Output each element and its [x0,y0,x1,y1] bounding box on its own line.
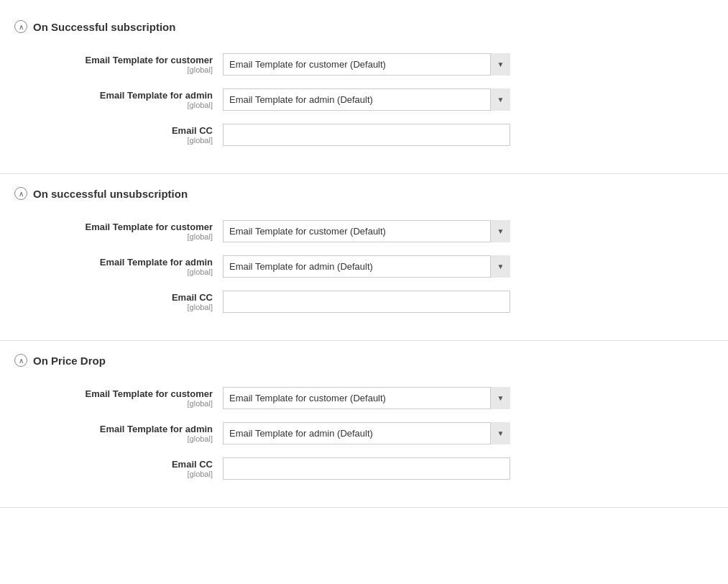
collapse-icon[interactable]: ∧ [14,20,27,33]
field-label-sub: [global] [43,268,213,276]
select-admin-template-2[interactable]: Email Template for admin (Default) [223,255,510,278]
field-label-sub: [global] [43,101,213,109]
section-price-drop: ∧On Price DropEmail Template for custome… [0,341,728,508]
field-label-main: Email CC [43,125,213,136]
form-label-admin-template-2: Email Template for admin[global] [43,257,223,276]
form-row-admin-template-1: Email Template for admin[global]Email Te… [14,88,714,111]
field-label-main: Email Template for admin [43,90,213,101]
form-field-customer-template-3: Email Template for customer (Default)▼ [223,387,510,409]
form-label-customer-template-2: Email Template for customer[global] [43,222,223,241]
select-customer-template-3[interactable]: Email Template for customer (Default) [223,387,510,409]
form-field-admin-template-3: Email Template for admin (Default)▼ [223,422,510,444]
field-label-main: Email Template for customer [43,55,213,65]
field-label-sub: [global] [43,303,213,311]
page-container: ∧On Successful subscriptionEmail Templat… [0,0,728,584]
form-field-email-cc-3 [223,457,510,480]
select-wrapper: Email Template for customer (Default)▼ [223,53,510,76]
form-row-admin-template-3: Email Template for admin[global]Email Te… [14,422,714,444]
section-header-successful-unsubscription: ∧On successful unsubscription [14,181,714,206]
form-row-customer-template-1: Email Template for customer[global]Email… [14,53,714,76]
form-row-email-cc-2: Email CC[global] [14,291,714,313]
form-field-admin-template-2: Email Template for admin (Default)▼ [223,255,510,278]
select-wrapper: Email Template for customer (Default)▼ [223,220,510,242]
field-label-sub: [global] [43,65,213,74]
form-row-customer-template-2: Email Template for customer[global]Email… [14,220,714,242]
collapse-icon[interactable]: ∧ [14,187,27,200]
form-field-customer-template-2: Email Template for customer (Default)▼ [223,220,510,242]
section-title: On Price Drop [33,355,106,367]
input-email-cc-1[interactable] [223,124,510,146]
field-label-sub: [global] [43,399,213,408]
field-label-main: Email Template for customer [43,222,213,232]
field-label-main: Email Template for admin [43,424,213,434]
select-wrapper: Email Template for admin (Default)▼ [223,422,510,444]
field-label-sub: [global] [43,136,213,145]
form-label-customer-template-3: Email Template for customer[global] [43,388,223,408]
field-label-main: Email Template for customer [43,388,213,399]
section-title: On Successful subscription [33,21,175,33]
form-label-email-cc-3: Email CC[global] [43,459,223,478]
field-label-sub: [global] [43,232,213,241]
form-row-email-cc-1: Email CC[global] [14,124,714,146]
collapse-icon[interactable]: ∧ [14,354,27,367]
field-label-main: Email CC [43,292,213,303]
field-label-sub: [global] [43,434,213,443]
input-email-cc-3[interactable] [223,457,510,480]
section-successful-unsubscription: ∧On successful unsubscriptionEmail Templ… [0,174,728,341]
form-label-email-cc-1: Email CC[global] [43,125,223,145]
form-label-customer-template-1: Email Template for customer[global] [43,55,223,74]
form-field-admin-template-1: Email Template for admin (Default)▼ [223,88,510,111]
field-label-main: Email Template for admin [43,257,213,268]
select-wrapper: Email Template for admin (Default)▼ [223,255,510,278]
field-label-sub: [global] [43,470,213,478]
section-title: On successful unsubscription [33,188,188,200]
section-header-price-drop: ∧On Price Drop [14,348,714,373]
field-label-main: Email CC [43,459,213,470]
form-row-email-cc-3: Email CC[global] [14,457,714,480]
select-admin-template-3[interactable]: Email Template for admin (Default) [223,422,510,444]
input-email-cc-2[interactable] [223,291,510,313]
select-admin-template-1[interactable]: Email Template for admin (Default) [223,88,510,111]
form-row-customer-template-3: Email Template for customer[global]Email… [14,387,714,409]
select-wrapper: Email Template for admin (Default)▼ [223,88,510,111]
form-row-admin-template-2: Email Template for admin[global]Email Te… [14,255,714,278]
section-successful-subscription: ∧On Successful subscriptionEmail Templat… [0,7,728,174]
form-label-admin-template-1: Email Template for admin[global] [43,90,223,109]
select-customer-template-2[interactable]: Email Template for customer (Default) [223,220,510,242]
form-label-email-cc-2: Email CC[global] [43,292,223,311]
form-field-customer-template-1: Email Template for customer (Default)▼ [223,53,510,76]
select-customer-template-1[interactable]: Email Template for customer (Default) [223,53,510,76]
section-header-successful-subscription: ∧On Successful subscription [14,14,714,39]
select-wrapper: Email Template for customer (Default)▼ [223,387,510,409]
form-field-email-cc-2 [223,291,510,313]
form-label-admin-template-3: Email Template for admin[global] [43,424,223,443]
form-field-email-cc-1 [223,124,510,146]
